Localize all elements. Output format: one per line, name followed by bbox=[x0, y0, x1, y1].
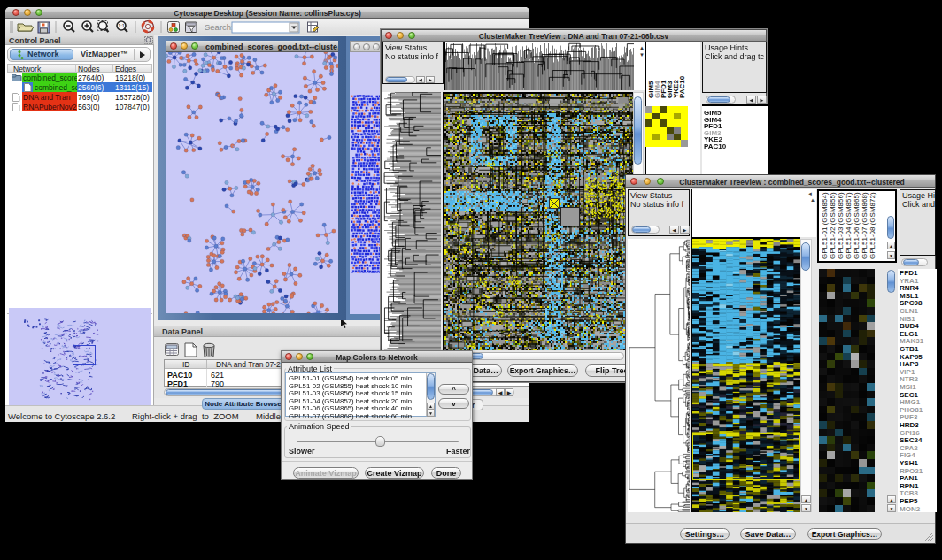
svg-text:Search:: Search: bbox=[205, 22, 234, 32]
svg-text:1:1: 1:1 bbox=[118, 23, 125, 28]
